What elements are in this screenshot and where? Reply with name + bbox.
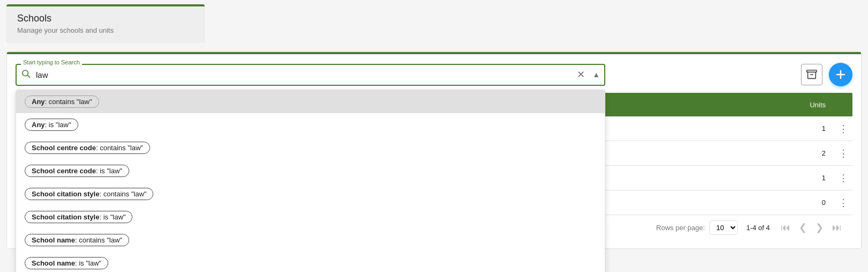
page-wrapper: Schools Manage your schools and units St… [0,4,868,272]
main-content: Start typing to Search ✕ ▲ [6,52,862,249]
search-row: Start typing to Search ✕ ▲ [16,63,852,86]
row-menu-button[interactable]: ⋮ [834,123,852,135]
next-page-button[interactable]: ❯ [813,219,826,236]
svg-line-1 [27,75,29,77]
per-page-label: Rows per page: [656,224,705,232]
dropdown-item-any-contains[interactable]: Any: contains "law" [16,90,605,113]
dropdown-item-code-contains[interactable]: School centre code: contains "law" [16,136,605,159]
dropdown-item-citation-is[interactable]: School citation style: is "law" [16,205,605,229]
search-clear-button[interactable]: ✕ [577,70,585,79]
search-field-wrapper: Start typing to Search ✕ ▲ [16,64,605,86]
first-page-button[interactable]: ⏮ [778,220,792,236]
dropdown-item-any-is[interactable]: Any: is "law" [16,113,605,136]
row-menu-button[interactable]: ⋮ [834,172,852,184]
cell-units: 1 [802,124,834,133]
dropdown-chip: School citation style: contains "law" [25,188,153,200]
page-subtitle: Manage your schools and units [17,26,194,34]
dropdown-item-code-is[interactable]: School centre code: is "law" [16,159,605,182]
search-icon [21,69,31,80]
row-menu-button[interactable]: ⋮ [834,148,852,159]
green-border [7,52,861,54]
col-header-units: Units [801,101,852,109]
per-page-select[interactable]: 10 25 50 [709,220,738,235]
search-dropdown: Any: contains "law" Any: is "law" School… [16,90,605,272]
svg-rect-2 [807,70,817,72]
page-title: Schools [17,13,194,24]
dropdown-item-name-contains[interactable]: School name: contains "law" [16,229,605,252]
dropdown-item-citation-contains[interactable]: School citation style: contains "law" [16,182,605,205]
header-card: Schools Manage your schools and units [6,4,205,43]
dropdown-chip: School citation style: is "law" [25,211,132,223]
archive-button[interactable] [801,64,822,85]
search-label: Start typing to Search [21,59,82,65]
dropdown-chip: School centre code: is "law" [25,165,129,177]
cell-units: 0 [802,199,834,207]
cell-units: 1 [802,174,834,182]
toolbar-right [801,63,852,86]
dropdown-chip: School centre code: contains "law" [25,142,150,154]
add-button[interactable] [829,63,852,86]
row-menu-button[interactable]: ⋮ [834,197,852,209]
dropdown-chip: School name: contains "law" [25,234,129,246]
cell-units: 2 [802,149,834,157]
last-page-button[interactable]: ⏭ [830,220,844,236]
page-info: 1-4 of 4 [746,224,770,232]
dropdown-chip: School name: is "law" [25,257,108,269]
dropdown-item-name-is[interactable]: School name: is "law" [16,252,605,272]
dropdown-chip: Any: is "law" [25,119,78,131]
prev-page-button[interactable]: ❮ [797,219,809,236]
search-input[interactable] [16,64,605,86]
dropdown-chip: Any: contains "law" [25,95,99,108]
search-chevron-button[interactable]: ▲ [592,71,600,78]
